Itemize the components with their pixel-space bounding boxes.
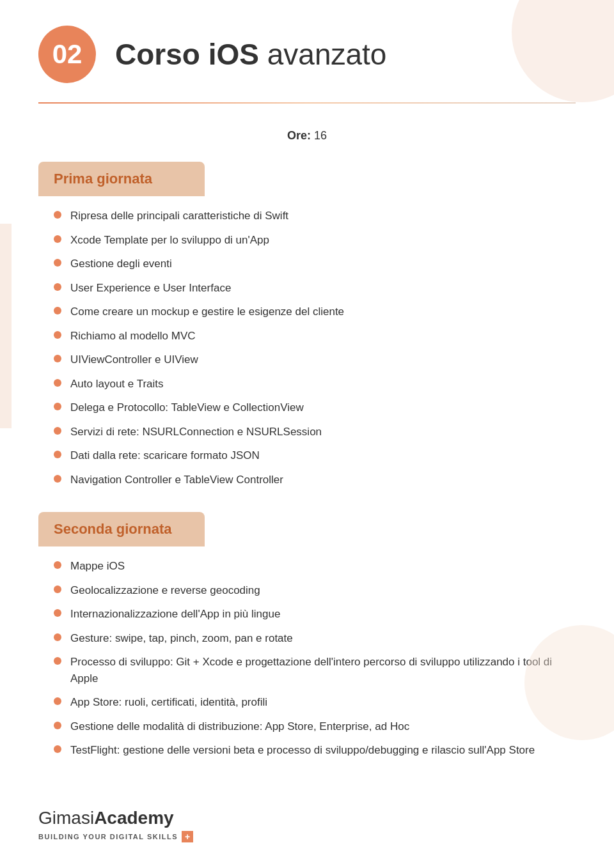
bullet-icon [54, 633, 61, 641]
list-item-text: Delega e Protocollo: TableView e Collect… [70, 399, 304, 416]
list-item-text: UIViewController e UIView [70, 352, 198, 368]
seconda-giornata-list: Mappe iOS Geolocalizzazione e reverse ge… [38, 546, 576, 770]
bullet-icon [54, 427, 61, 435]
prima-giornata-card: Prima giornata Ripresa delle principali … [38, 162, 576, 499]
bullet-icon [54, 403, 61, 410]
ore-value: 16 [314, 129, 327, 142]
bullet-icon [54, 722, 61, 729]
seconda-giornata-title: Seconda giornata [54, 521, 172, 537]
bullet-icon [54, 475, 61, 483]
footer-plus-symbol: + [185, 832, 190, 841]
list-item: Navigation Controller e TableView Contro… [54, 472, 560, 488]
prima-giornata-header: Prima giornata [38, 162, 205, 196]
list-item: Servizi di rete: NSURLConnection e NSURL… [54, 424, 560, 440]
bullet-icon [54, 259, 61, 267]
list-item: Come creare un mockup e gestire le esige… [54, 304, 560, 320]
list-item: Gesture: swipe, tap, pinch, zoom, pan e … [54, 630, 560, 647]
bullet-icon [54, 451, 61, 458]
footer-tagline-text: BUILDING YOUR DIGITAL SKILLS [38, 833, 178, 841]
header-title: Corso iOS avanzato [115, 38, 386, 71]
prima-giornata-title: Prima giornata [54, 171, 152, 187]
list-item-text: Xcode Template per lo sviluppo di un'App [70, 232, 269, 249]
ore-section: Ore: 16 [0, 123, 614, 162]
list-item: Mappe iOS [54, 558, 560, 575]
list-item: User Experience e User Interface [54, 280, 560, 297]
bullet-icon [54, 355, 61, 362]
list-item: Processo di sviluppo: Git + Xcode e prog… [54, 654, 560, 686]
list-item: TestFlight: gestione delle versioni beta… [54, 742, 560, 759]
list-item-text: Come creare un mockup e gestire le esige… [70, 304, 344, 320]
ore-label: Ore: [287, 129, 311, 142]
bullet-icon [54, 745, 61, 753]
list-item: Internazionalizzazione dell'App in più l… [54, 606, 560, 623]
seconda-giornata-header: Seconda giornata [38, 512, 205, 546]
list-item-text: Geolocalizzazione e reverse geocoding [70, 582, 260, 599]
list-item-text: Mappe iOS [70, 558, 125, 575]
list-item: Geolocalizzazione e reverse geocoding [54, 582, 560, 599]
header-title-regular: avanzato [259, 38, 386, 71]
list-item: Xcode Template per lo sviluppo di un'App [54, 232, 560, 249]
list-item-text: Gestione delle modalità di distribuzione… [70, 718, 409, 735]
bullet-icon [54, 379, 61, 387]
seconda-giornata-card: Seconda giornata Mappe iOS Geolocalizzaz… [38, 512, 576, 770]
prima-giornata-list: Ripresa delle principali caratteristiche… [38, 196, 576, 499]
bullet-icon [54, 283, 61, 291]
footer-plus-box: + [182, 831, 193, 842]
list-item: Auto layout e Traits [54, 376, 560, 392]
bullet-icon [54, 331, 61, 339]
footer: GimasiAcademy BUILDING YOUR DIGITAL SKIL… [38, 808, 193, 842]
header-number-circle: 02 [38, 26, 96, 83]
list-item-text: Auto layout e Traits [70, 376, 164, 392]
bullet-icon [54, 657, 61, 665]
list-item: Richiamo al modello MVC [54, 328, 560, 345]
list-item-text: Gestione degli eventi [70, 256, 172, 272]
list-item-text: Richiamo al modello MVC [70, 328, 196, 345]
bullet-icon [54, 697, 61, 705]
list-item: UIViewController e UIView [54, 352, 560, 368]
bullet-icon [54, 211, 61, 219]
page: 02 Corso iOS avanzato Ore: 16 Prima gior… [0, 0, 614, 868]
list-item-text: App Store: ruoli, certificati, identità,… [70, 694, 267, 711]
footer-logo-gimasi: Gimasi [38, 808, 94, 828]
list-item: Gestione degli eventi [54, 256, 560, 272]
list-item-text: TestFlight: gestione delle versioni beta… [70, 742, 535, 759]
bg-decoration-left-bar [0, 224, 12, 428]
header: 02 Corso iOS avanzato [0, 0, 614, 102]
header-number: 02 [52, 41, 83, 68]
list-item: Delega e Protocollo: TableView e Collect… [54, 399, 560, 416]
list-item: Gestione delle modalità di distribuzione… [54, 718, 560, 735]
footer-tagline: BUILDING YOUR DIGITAL SKILLS + [38, 831, 193, 842]
list-item-text: Internazionalizzazione dell'App in più l… [70, 606, 280, 623]
list-item-text: User Experience e User Interface [70, 280, 231, 297]
list-item-text: Gesture: swipe, tap, pinch, zoom, pan e … [70, 630, 293, 647]
list-item-text: Navigation Controller e TableView Contro… [70, 472, 283, 488]
list-item-text: Processo di sviluppo: Git + Xcode e prog… [70, 654, 560, 686]
bullet-icon [54, 561, 61, 569]
header-divider [38, 102, 576, 104]
footer-logo: GimasiAcademy [38, 808, 193, 828]
bullet-icon [54, 585, 61, 593]
bullet-icon [54, 235, 61, 243]
list-item-text: Dati dalla rete: scaricare formato JSON [70, 447, 260, 464]
bullet-icon [54, 307, 61, 314]
list-item-text: Servizi di rete: NSURLConnection e NSURL… [70, 424, 322, 440]
list-item: Dati dalla rete: scaricare formato JSON [54, 447, 560, 464]
bullet-icon [54, 609, 61, 617]
list-item: App Store: ruoli, certificati, identità,… [54, 694, 560, 711]
footer-logo-academy: Academy [94, 808, 174, 828]
header-title-bold: Corso iOS [115, 38, 259, 71]
list-item: Ripresa delle principali caratteristiche… [54, 208, 560, 224]
list-item-text: Ripresa delle principali caratteristiche… [70, 208, 288, 224]
